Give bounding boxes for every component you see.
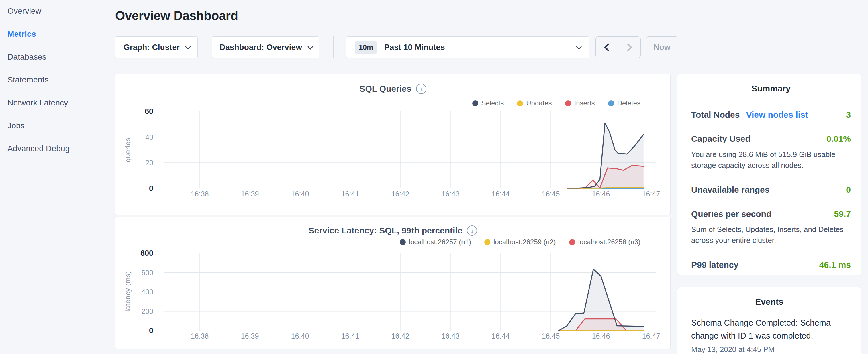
sidebar-nav: Overview Metrics Databases Statements Ne… xyxy=(0,0,114,354)
summary-value: 59.7 xyxy=(834,209,851,219)
x-axis-tick-label: 16:47 xyxy=(642,190,660,198)
events-card: Events Schema Change Completed: Schema c… xyxy=(677,287,861,354)
summary-row-capacity-used: Capacity Used 0.01% You are using 28.6 M… xyxy=(691,127,851,178)
time-step-buttons xyxy=(595,36,641,58)
legend-item[interactable]: localhost:26258 (n3) xyxy=(569,238,641,246)
time-back-button[interactable] xyxy=(596,37,618,58)
sql-queries-chart-card: 16:3816:3916:4016:4116:4216:4316:4416:45… xyxy=(115,74,671,215)
legend-label: localhost:26258 (n3) xyxy=(578,238,641,246)
summary-label: Queries per second xyxy=(691,209,771,219)
now-button[interactable]: Now xyxy=(646,36,678,58)
sidebar-item-metrics[interactable]: Metrics xyxy=(7,30,114,38)
summary-value: 3 xyxy=(846,110,851,120)
sidebar-item-overview[interactable]: Overview xyxy=(7,7,114,15)
legend-item[interactable]: Selects xyxy=(472,99,504,107)
y-axis-unit-label: queries xyxy=(124,112,132,187)
legend-item[interactable]: Deletes xyxy=(608,99,641,107)
series-area xyxy=(567,123,644,189)
x-axis-tick-label: 16:43 xyxy=(442,332,460,340)
y-axis-unit-label: latency (ms) xyxy=(124,254,132,328)
dashboard-dropdown[interactable]: Dashboard: Overview xyxy=(212,36,319,58)
x-axis-tick-label: 16:40 xyxy=(291,332,309,340)
time-range-badge: 10m xyxy=(355,41,377,54)
y-axis-tick-label: 800 xyxy=(141,249,153,257)
legend-label: localhost:26259 (n2) xyxy=(493,238,556,246)
event-message: Schema Change Completed: Schema change w… xyxy=(691,317,847,342)
y-axis-tick-label: 200 xyxy=(141,307,153,315)
sql-queries-chart-plot[interactable]: 16:3816:3916:4016:4116:4216:4316:4416:45… xyxy=(116,74,670,215)
sidebar-item-databases[interactable]: Databases xyxy=(7,53,114,61)
chevron-down-icon xyxy=(576,44,582,50)
summary-label: Capacity Used xyxy=(691,134,750,144)
chart-title-row: SQL Queries xyxy=(116,84,670,94)
time-range-dropdown[interactable]: 10m Past 10 Minutes xyxy=(346,36,589,58)
x-axis-tick-label: 16:39 xyxy=(241,332,259,340)
event-timestamp: May 13, 2020 at 4:45 PM xyxy=(691,345,847,354)
service-latency-chart-plot[interactable]: 16:3816:3916:4016:4116:4216:4316:4416:45… xyxy=(116,217,670,349)
summary-value: 0.01% xyxy=(827,134,851,144)
y-axis-tick-label: 400 xyxy=(141,288,153,296)
service-latency-legend: localhost:26257 (n1)localhost:26259 (n2)… xyxy=(400,238,641,246)
legend-item[interactable]: Inserts xyxy=(565,99,595,107)
info-icon[interactable] xyxy=(416,84,426,94)
x-axis-tick-label: 16:43 xyxy=(442,190,460,198)
x-axis-tick-label: 16:45 xyxy=(542,190,560,198)
x-axis-tick-label: 16:45 xyxy=(542,332,560,340)
graph-dropdown[interactable]: Graph: Cluster xyxy=(115,36,198,58)
page-title: Overview Dashboard xyxy=(115,9,238,23)
summary-description: You are using 28.6 MiB of 515.9 GiB usab… xyxy=(691,149,851,171)
legend-item[interactable]: localhost:26259 (n2) xyxy=(484,238,556,246)
summary-label: Unavailable ranges xyxy=(691,185,769,195)
toolbar-divider xyxy=(333,36,334,58)
sidebar-item-jobs[interactable]: Jobs xyxy=(7,122,114,130)
service-latency-chart-card: 16:3816:3916:4016:4116:4216:4316:4416:45… xyxy=(115,217,671,349)
y-axis-tick-label: 60 xyxy=(145,107,153,116)
summary-value: 46.1 ms xyxy=(819,260,851,270)
summary-row-queries-per-second: Queries per second 59.7 Sum of Selects, … xyxy=(691,202,851,253)
legend-item[interactable]: Updates xyxy=(517,99,552,107)
events-title: Events xyxy=(691,297,847,307)
right-panel: Summary Total Nodes View nodes list 3 Ca… xyxy=(677,74,861,354)
dashboard-dropdown-label: Dashboard: Overview xyxy=(219,43,302,52)
event-list-item[interactable]: Schema Change Completed: Schema change w… xyxy=(691,317,847,354)
x-axis-tick-label: 16:42 xyxy=(392,332,409,340)
x-axis-tick-label: 16:46 xyxy=(592,190,610,198)
legend-dot-icon xyxy=(400,239,406,245)
chevron-down-icon xyxy=(185,44,191,50)
x-axis-tick-label: 16:44 xyxy=(492,332,510,340)
x-axis-tick-label: 16:42 xyxy=(392,190,409,198)
x-axis-tick-label: 16:38 xyxy=(191,190,209,198)
summary-value: 0 xyxy=(846,185,851,195)
sidebar-item-advanced-debug[interactable]: Advanced Debug xyxy=(7,144,114,153)
info-icon[interactable] xyxy=(467,225,477,236)
overview-dashboard-page: { "colors": { "background": "#f4f6fa", "… xyxy=(0,0,868,354)
x-axis-tick-label: 16:38 xyxy=(191,332,209,340)
legend-item[interactable]: localhost:26257 (n1) xyxy=(400,238,471,246)
legend-dot-icon xyxy=(569,239,575,245)
view-nodes-list-link[interactable]: View nodes list xyxy=(746,110,808,120)
x-axis-tick-label: 16:41 xyxy=(341,190,359,198)
chart-title-row: Service Latency: SQL, 99th percentile xyxy=(116,225,670,236)
sidebar-item-statements[interactable]: Statements xyxy=(7,76,114,84)
x-axis-tick-label: 16:41 xyxy=(341,332,359,340)
legend-dot-icon xyxy=(608,100,614,106)
time-forward-button[interactable] xyxy=(618,37,641,58)
chevron-right-icon xyxy=(624,43,632,51)
y-axis-tick-label: 600 xyxy=(141,269,153,277)
summary-description: Sum of Selects, Updates, Inserts, and De… xyxy=(691,224,851,246)
sidebar-item-network-latency[interactable]: Network Latency xyxy=(7,99,114,107)
chart-title: Service Latency: SQL, 99th percentile xyxy=(309,226,463,235)
main-content: Overview Dashboard Graph: Cluster Dashbo… xyxy=(115,0,671,354)
summary-card: Summary Total Nodes View nodes list 3 Ca… xyxy=(677,74,861,275)
summary-label: P99 latency xyxy=(691,260,739,270)
x-axis-tick-label: 16:40 xyxy=(291,190,309,198)
chevron-down-icon xyxy=(308,44,313,50)
chart-title: SQL Queries xyxy=(359,84,411,94)
legend-dot-icon xyxy=(472,100,478,106)
legend-dot-icon xyxy=(517,100,523,106)
summary-row-unavailable-ranges: Unavailable ranges 0 xyxy=(691,178,851,202)
legend-label: Deletes xyxy=(617,99,641,107)
time-range-label: Past 10 Minutes xyxy=(384,43,445,52)
y-axis-tick-label: 40 xyxy=(145,133,153,141)
summary-label: Total Nodes xyxy=(691,110,740,120)
